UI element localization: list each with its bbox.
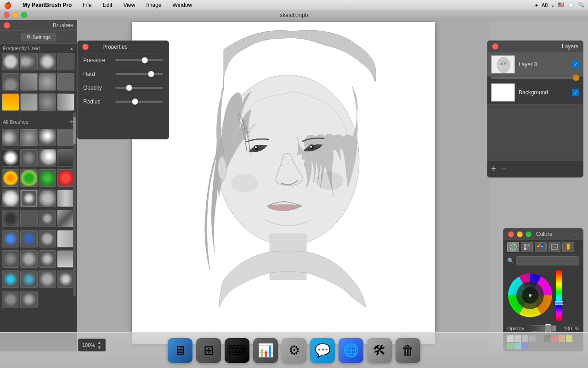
remove-layer-button[interactable]: − [501, 164, 507, 173]
dock-utilities[interactable]: 🛠 [367, 338, 392, 363]
color-wheel[interactable] [507, 272, 553, 318]
brush-item[interactable] [2, 230, 19, 247]
color-spectrum-bar[interactable] [556, 270, 562, 321]
brush-item[interactable] [57, 210, 74, 227]
dock-trash[interactable]: 🗑 [396, 338, 420, 363]
add-layer-button[interactable]: + [491, 164, 497, 173]
minimize-button[interactable] [12, 12, 18, 18]
brush-item[interactable] [39, 190, 56, 207]
brush-item[interactable] [2, 53, 19, 70]
dock-finder[interactable]: 🖥 [168, 338, 192, 363]
brush-item[interactable] [20, 169, 38, 187]
edit-menu[interactable]: Edit [101, 2, 114, 8]
opacity-slider[interactable] [115, 87, 163, 89]
brush-item[interactable] [2, 73, 19, 91]
colors-minimize-icon[interactable]: — [574, 232, 578, 237]
hard-slider[interactable] [115, 73, 163, 75]
brush-item[interactable] [57, 149, 74, 167]
pressure-slider[interactable] [115, 59, 163, 61]
dock-system-prefs[interactable]: ⚙ [282, 338, 306, 363]
colors-minimize-button[interactable] [517, 231, 523, 237]
brush-item[interactable] [20, 93, 38, 111]
color-image-button[interactable] [548, 242, 560, 252]
brush-item[interactable] [57, 230, 74, 247]
brush-item[interactable] [20, 190, 38, 207]
brushes-scroll-area[interactable] [0, 128, 77, 351]
zoom-indicator[interactable]: 100% ▲▼ [78, 339, 106, 351]
color-crayon-button[interactable] [562, 242, 574, 252]
color-palette-button[interactable] [535, 242, 547, 252]
zoom-stepper[interactable]: ▲▼ [97, 340, 102, 350]
background-layer-visibility-checkbox[interactable]: ✓ [572, 89, 579, 96]
image-menu[interactable]: Image [144, 2, 163, 8]
window-menu[interactable]: Window [171, 2, 194, 8]
color-wheel-button[interactable] [507, 242, 519, 252]
brush-item[interactable] [39, 53, 56, 70]
brush-item[interactable] [2, 149, 19, 167]
dock-terminal[interactable]: ⌨ [225, 338, 249, 363]
brushes-settings-button[interactable]: ⚙ Settings [21, 33, 56, 41]
brush-item[interactable] [39, 93, 56, 111]
brush-item[interactable] [39, 250, 56, 268]
brush-item[interactable] [39, 230, 56, 247]
properties-close-button[interactable] [82, 44, 89, 50]
brush-item[interactable] [2, 270, 19, 288]
scroll-up-arrow[interactable]: ▲ [69, 46, 74, 51]
brush-item[interactable] [2, 291, 19, 308]
drawing-canvas[interactable] [132, 22, 435, 344]
brush-item[interactable] [20, 210, 38, 227]
brush-item[interactable] [39, 129, 56, 146]
dock-launchpad[interactable]: ⊞ [196, 338, 221, 363]
brush-item[interactable] [20, 291, 38, 308]
layer-3-opacity-slider[interactable] [491, 77, 579, 79]
brush-item[interactable] [20, 129, 38, 146]
brush-item[interactable] [57, 93, 74, 111]
colors-maximize-button[interactable] [526, 231, 531, 237]
color-grid-button[interactable] [521, 242, 533, 252]
brush-item[interactable] [39, 270, 56, 288]
brush-item[interactable] [57, 53, 74, 70]
search-icon[interactable]: 🔍 [578, 2, 584, 8]
brush-item[interactable] [20, 270, 38, 288]
brush-item[interactable] [57, 190, 74, 207]
hard-label: Hard [83, 71, 111, 77]
brush-item[interactable] [20, 53, 38, 70]
brush-item[interactable] [39, 73, 56, 91]
dock-browser[interactable]: 🌐 [339, 338, 363, 363]
brush-item[interactable] [2, 250, 19, 268]
colors-close-button[interactable] [508, 231, 514, 237]
brush-item[interactable] [2, 93, 19, 111]
radius-slider[interactable] [115, 101, 163, 103]
brush-item[interactable] [20, 149, 38, 167]
brush-item[interactable] [20, 230, 38, 247]
file-menu[interactable]: File [81, 2, 93, 8]
dock-activity[interactable]: 📊 [253, 338, 278, 363]
brush-item[interactable] [2, 129, 19, 146]
apple-menu[interactable]: 🍎 [4, 1, 11, 9]
brush-item[interactable] [39, 149, 56, 167]
brush-item[interactable] [57, 129, 74, 146]
close-button[interactable] [4, 12, 10, 18]
brush-item[interactable] [20, 73, 38, 91]
layer-3-visibility-checkbox[interactable]: ✓ [572, 61, 579, 68]
brush-item[interactable] [57, 73, 74, 91]
brush-item[interactable] [57, 270, 74, 288]
brush-item[interactable] [2, 169, 19, 187]
view-menu[interactable]: View [121, 2, 137, 8]
brush-item[interactable] [39, 210, 56, 227]
dock-skype[interactable]: 💬 [310, 338, 335, 363]
brushes-close-button[interactable] [4, 22, 10, 29]
layers-close-button[interactable] [492, 43, 498, 50]
maximize-button[interactable] [21, 12, 27, 18]
colors-opacity-slider[interactable] [531, 325, 556, 332]
app-menu-name[interactable]: My PaintBrush Pro [21, 2, 74, 8]
brush-item[interactable] [2, 190, 19, 207]
brush-item[interactable] [20, 250, 38, 268]
brush-item[interactable] [57, 169, 74, 187]
layer-background[interactable]: Background ✓ [487, 80, 583, 105]
brush-item[interactable] [57, 250, 74, 268]
brush-item[interactable] [39, 169, 56, 187]
layer-item-3[interactable]: Layer 3 ✓ [487, 52, 583, 77]
color-search-input[interactable] [516, 256, 579, 265]
brush-item[interactable] [2, 210, 19, 227]
